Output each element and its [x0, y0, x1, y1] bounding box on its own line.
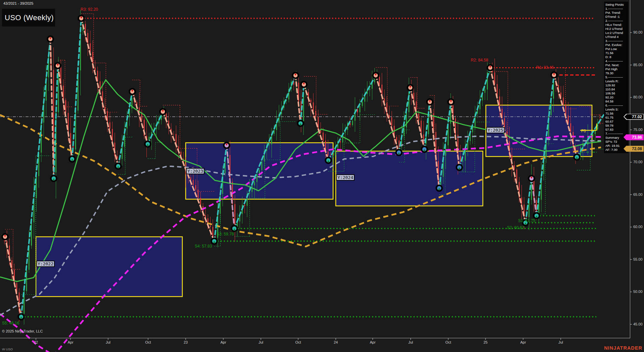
- candle-body: [63, 86, 64, 100]
- candle-body: [261, 161, 262, 170]
- panel-line: HiLo Trend:: [605, 23, 628, 27]
- candle-body: [406, 112, 407, 127]
- panel-line: 110.84: [605, 87, 628, 91]
- candle-body: [379, 77, 380, 85]
- chart-title-box: USO (Weekly): [2, 9, 55, 27]
- time-axis-label: Oct: [295, 340, 301, 344]
- price-axis-label: 60.00: [633, 225, 643, 229]
- swing-line: [376, 75, 399, 152]
- candle-body: [327, 151, 328, 156]
- panel-line: Pvt. Next:: [605, 63, 628, 67]
- time-axis-label: Jul: [408, 340, 413, 344]
- panel-line: Hi:2 UTrend: [605, 27, 628, 31]
- panel-line: Pvt Low: [605, 47, 628, 51]
- time-axis-label: 25: [484, 340, 488, 344]
- ninjatrader-logo: NINJATRADER: [604, 345, 642, 351]
- swing-line: [72, 18, 81, 159]
- panel-line: Levels R:: [605, 79, 628, 83]
- candle-body: [70, 133, 71, 145]
- candle-body: [254, 182, 255, 185]
- chart-canvas[interactable]: [0, 0, 644, 352]
- candle-body: [430, 113, 431, 114]
- panel-line: 92.20: [605, 95, 628, 99]
- panel-line: 3.--------------: [605, 39, 628, 43]
- panel-line: SP's: 72: [605, 140, 628, 144]
- chart-title: USO (Weekly): [2, 13, 54, 22]
- panel-line: D: 8: [605, 55, 628, 59]
- price-axis-label: 50.00: [633, 290, 643, 294]
- candle-body: [212, 227, 213, 236]
- panel-line: 5.--------------: [605, 75, 628, 79]
- price-axis-label: 75.00: [633, 128, 643, 132]
- swing-line: [295, 75, 301, 123]
- time-axis-label: Apr: [220, 340, 226, 344]
- price-axis-label: 80.00: [633, 95, 643, 99]
- panel-line: DTrend -1: [605, 15, 628, 19]
- candle-body: [396, 137, 397, 140]
- time-axis-label: 22: [34, 340, 38, 344]
- resistance-label-R2: R2: 84.58: [471, 58, 488, 62]
- time-axis-label: 23: [184, 340, 188, 344]
- price-axis-label: 65.00: [633, 192, 643, 196]
- date-range-label: 43/2021 - 39/2025: [3, 1, 33, 5]
- time-axis-label: Jul: [558, 340, 563, 344]
- instrument-label: W USO: [2, 347, 13, 351]
- price-axis-label: 70.00: [633, 160, 643, 164]
- candle-body: [352, 121, 353, 125]
- candle-body: [276, 123, 277, 130]
- candle-body: [563, 97, 564, 104]
- candle-body: [421, 121, 422, 134]
- candle-body: [359, 106, 360, 113]
- panel-line: 106.56: [605, 91, 628, 95]
- price-axis-label: 90.00: [633, 30, 643, 34]
- panel-line: Pvt. Evolve:: [605, 43, 628, 47]
- price-tag-value: 77.02: [632, 114, 642, 120]
- panel-line: 4.--------------: [605, 59, 628, 63]
- support-label-S3: S3: 59.78: [217, 232, 234, 236]
- copyright-text: © 2025 NinjaTrader, LLC: [2, 329, 43, 333]
- year-box-label: Y:2023: [186, 168, 204, 174]
- price-marker-73.86: 73.86: [624, 134, 644, 140]
- swing-line: [328, 75, 376, 160]
- price-axis-label: 55.00: [633, 257, 643, 261]
- panel-line: 1.--------------: [605, 7, 628, 11]
- candle-body: [198, 190, 199, 198]
- time-axis-label: 24: [334, 340, 338, 344]
- candle-body: [362, 101, 363, 106]
- swing-line: [118, 92, 132, 166]
- candle-body: [43, 101, 44, 123]
- resistance-label-R3: R3: 92.20: [81, 7, 98, 12]
- support-label-S5: S5: 46.16: [2, 321, 19, 325]
- candle-body: [315, 111, 316, 117]
- candle-body: [413, 93, 414, 101]
- panel-line: Pvt. Trend:: [605, 11, 628, 15]
- candle-body: [418, 114, 419, 121]
- candle-body: [485, 90, 486, 93]
- candle-body: [600, 123, 601, 124]
- panel-line: 129.92: [605, 83, 628, 87]
- year-box-label: Y:2022: [36, 261, 55, 267]
- swing-line: [5, 237, 21, 317]
- year-box-label: Y:2025: [486, 127, 505, 133]
- candle-body: [269, 144, 270, 145]
- candle-body: [249, 192, 250, 194]
- support-label-S2: S2: 60.67: [507, 225, 524, 230]
- candle-body: [257, 174, 258, 182]
- time-axis-label: Oct: [445, 340, 451, 344]
- candle-body: [572, 132, 573, 147]
- time-axis-label: Jul: [106, 340, 110, 344]
- swing-pivots-panel: Swing Pivots1.--------------Pvt. Trend:D…: [604, 2, 628, 153]
- time-axis-label: Oct: [145, 340, 151, 344]
- price-tag-value: 73.86: [632, 134, 642, 140]
- price-tag-value: 72.08: [632, 146, 642, 152]
- year-box: [36, 237, 182, 297]
- panel-line: Levels S:: [605, 107, 628, 112]
- candle-body: [428, 114, 429, 134]
- candle-body: [570, 123, 571, 132]
- time-axis-label: Apr: [67, 340, 73, 344]
- candle-body: [244, 205, 245, 206]
- candle-body: [173, 134, 174, 135]
- time-axis-label: Apr: [520, 340, 526, 344]
- candle-body: [109, 122, 110, 129]
- candle-body: [391, 117, 392, 126]
